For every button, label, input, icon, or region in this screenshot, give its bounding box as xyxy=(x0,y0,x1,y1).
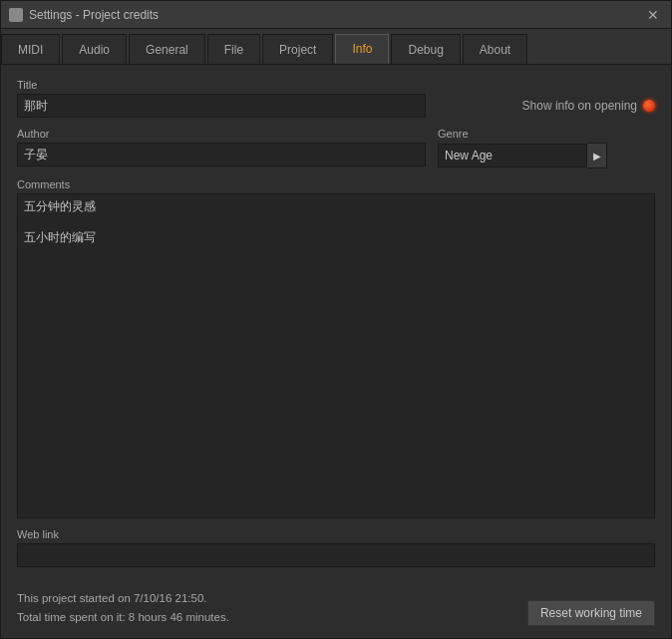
comments-textarea[interactable] xyxy=(17,193,655,518)
author-input[interactable] xyxy=(17,143,426,166)
tab-project[interactable]: Project xyxy=(262,34,333,64)
genre-select-row: ▶ xyxy=(438,143,607,168)
tab-audio[interactable]: Audio xyxy=(62,34,127,64)
genre-field-group: Genre ▶ xyxy=(438,128,607,168)
show-info-row: Show info on opening xyxy=(522,99,655,113)
footer: This project started on 7/10/16 21:50. T… xyxy=(1,581,671,638)
tab-file[interactable]: File xyxy=(207,34,260,64)
footer-line1: This project started on 7/10/16 21:50. xyxy=(17,589,229,607)
title-row: Show info on opening xyxy=(17,94,655,118)
close-button[interactable]: ✕ xyxy=(643,7,663,23)
show-info-led[interactable] xyxy=(643,100,655,112)
weblink-field-group: Web link xyxy=(17,528,655,567)
tab-debug[interactable]: Debug xyxy=(391,34,460,64)
tab-about[interactable]: About xyxy=(463,34,527,64)
genre-label: Genre xyxy=(438,128,607,140)
genre-dropdown-button[interactable]: ▶ xyxy=(587,143,607,168)
weblink-label: Web link xyxy=(17,528,655,540)
show-info-label: Show info on opening xyxy=(522,99,637,113)
weblink-input[interactable] xyxy=(17,543,655,567)
title-bar: Settings - Project credits ✕ xyxy=(1,1,671,29)
reset-working-time-button[interactable]: Reset working time xyxy=(527,600,655,626)
comments-field-group: Comments xyxy=(17,178,655,518)
app-icon xyxy=(9,8,23,22)
tab-bar: MIDI Audio General File Project Info Deb… xyxy=(1,29,671,65)
title-input[interactable] xyxy=(17,94,426,118)
author-label: Author xyxy=(17,128,426,140)
tab-general[interactable]: General xyxy=(129,34,205,64)
tab-midi[interactable]: MIDI xyxy=(1,34,60,64)
window-title: Settings - Project credits xyxy=(29,8,643,22)
content-area: Title Show info on opening Author Genre … xyxy=(1,65,671,581)
genre-input[interactable] xyxy=(438,144,587,167)
title-field-group: Title Show info on opening xyxy=(17,79,655,118)
footer-line2: Total time spent on it: 8 hours 46 minut… xyxy=(17,608,229,626)
tab-info[interactable]: Info xyxy=(335,34,389,64)
footer-text: This project started on 7/10/16 21:50. T… xyxy=(17,589,229,626)
main-window: Settings - Project credits ✕ MIDI Audio … xyxy=(0,0,672,639)
title-label: Title xyxy=(17,79,655,91)
author-field-group: Author xyxy=(17,128,426,166)
author-genre-row: Author Genre ▶ xyxy=(17,128,655,168)
comments-label: Comments xyxy=(17,178,655,190)
